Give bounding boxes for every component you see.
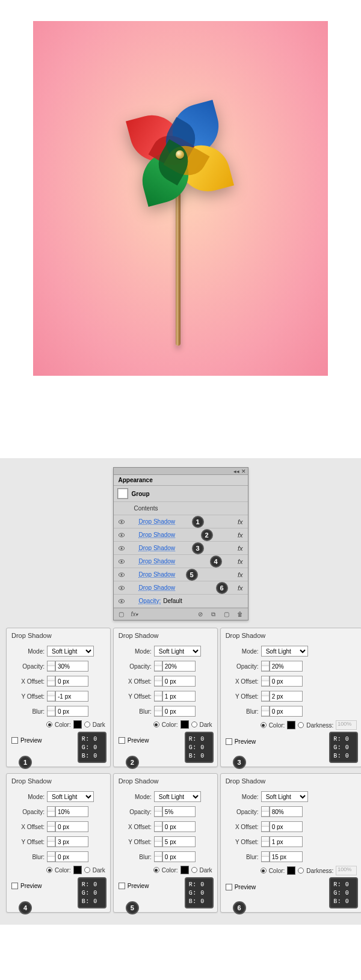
visibility-toggle-icon[interactable] — [117, 531, 126, 539]
blur-spinner[interactable] — [154, 851, 162, 862]
yoffset-spinner[interactable] — [47, 836, 55, 847]
blur-input[interactable] — [270, 706, 303, 717]
xoffset-input[interactable] — [55, 821, 88, 832]
yoffset-input[interactable] — [55, 691, 88, 702]
opacity-spinner[interactable] — [261, 806, 270, 817]
color-swatch[interactable] — [73, 720, 82, 729]
preview-checkbox[interactable] — [11, 737, 18, 744]
blur-spinner[interactable] — [261, 706, 270, 717]
yoffset-input[interactable] — [55, 836, 88, 847]
xoffset-input[interactable] — [162, 676, 196, 687]
yoffset-spinner[interactable] — [261, 836, 270, 847]
opacity-input[interactable] — [55, 661, 88, 672]
mode-select[interactable]: Soft Light — [154, 791, 201, 802]
opacity-link[interactable]: Opacity: — [139, 598, 161, 604]
blur-input[interactable] — [55, 706, 88, 717]
color-radio[interactable] — [153, 721, 159, 727]
effect-row[interactable]: Drop Shadow 1 fx — [114, 515, 248, 528]
mode-select[interactable]: Soft Light — [261, 791, 308, 802]
panel-tab-appearance[interactable]: Appearance — [114, 475, 248, 486]
collapse-icon[interactable]: ◂◂ — [233, 468, 239, 474]
trash-icon[interactable]: 🗑 — [236, 610, 244, 619]
blur-input[interactable] — [162, 706, 196, 717]
contents-row[interactable]: Contents — [114, 502, 248, 515]
visibility-toggle-icon[interactable] — [117, 518, 126, 526]
preview-checkbox[interactable] — [226, 738, 232, 745]
color-radio[interactable] — [46, 721, 52, 727]
preview-checkbox[interactable] — [119, 883, 125, 889]
color-swatch[interactable] — [287, 721, 295, 729]
blur-spinner[interactable] — [154, 706, 162, 717]
xoffset-input[interactable] — [270, 821, 303, 832]
fx-indicator[interactable]: fx — [238, 584, 243, 592]
blur-input[interactable] — [270, 851, 303, 862]
xoffset-spinner[interactable] — [154, 821, 162, 832]
fx-indicator[interactable]: fx — [238, 531, 243, 539]
mode-select[interactable]: Soft Light — [154, 646, 201, 657]
blur-input[interactable] — [55, 851, 88, 862]
yoffset-spinner[interactable] — [154, 691, 162, 702]
new-item-icon[interactable]: ▢ — [223, 610, 231, 619]
darkness-radio[interactable] — [298, 868, 304, 874]
color-radio[interactable] — [261, 722, 267, 728]
xoffset-spinner[interactable] — [47, 676, 55, 687]
xoffset-input[interactable] — [55, 676, 88, 687]
visibility-toggle-icon[interactable] — [117, 571, 126, 579]
color-swatch[interactable] — [73, 866, 82, 874]
effect-link[interactable]: Drop Shadow — [139, 571, 176, 578]
blur-spinner[interactable] — [261, 851, 270, 862]
preview-checkbox[interactable] — [119, 737, 125, 744]
yoffset-spinner[interactable] — [261, 691, 270, 702]
darkness-radio[interactable] — [84, 867, 90, 873]
effect-link[interactable]: Drop Shadow — [139, 545, 176, 551]
effect-row[interactable]: Drop Shadow 2 fx — [114, 528, 248, 542]
xoffset-spinner[interactable] — [261, 821, 270, 832]
darkness-radio[interactable] — [191, 721, 197, 727]
mode-select[interactable]: Soft Light — [47, 646, 94, 657]
visibility-toggle-icon[interactable] — [117, 544, 126, 553]
blur-spinner[interactable] — [47, 706, 55, 717]
effect-link[interactable]: Drop Shadow — [139, 518, 176, 525]
effect-link[interactable]: Drop Shadow — [139, 584, 176, 591]
fx-indicator[interactable]: fx — [238, 545, 243, 552]
mode-select[interactable]: Soft Light — [47, 791, 94, 802]
yoffset-input[interactable] — [270, 836, 303, 847]
duplicate-icon[interactable]: ⧉ — [209, 610, 218, 619]
clear-icon[interactable]: ⊘ — [196, 610, 205, 619]
preview-checkbox[interactable] — [11, 883, 18, 889]
panel-title-bar[interactable]: ◂◂ ✕ — [114, 468, 248, 475]
visibility-toggle-icon[interactable] — [117, 584, 126, 592]
visibility-toggle-icon[interactable] — [117, 597, 126, 605]
xoffset-spinner[interactable] — [154, 676, 162, 687]
yoffset-input[interactable] — [162, 836, 196, 847]
visibility-toggle-icon[interactable] — [117, 557, 126, 566]
effect-link[interactable]: Drop Shadow — [139, 531, 176, 538]
effect-row[interactable]: Drop Shadow 4 fx — [114, 555, 248, 568]
opacity-spinner[interactable] — [47, 661, 55, 672]
opacity-row[interactable]: Opacity: Default — [114, 595, 248, 608]
yoffset-spinner[interactable] — [47, 691, 55, 702]
effect-link[interactable]: Drop Shadow — [139, 558, 176, 565]
darkness-radio[interactable] — [191, 867, 197, 873]
opacity-spinner[interactable] — [261, 661, 270, 672]
color-radio[interactable] — [261, 868, 267, 874]
xoffset-spinner[interactable] — [47, 821, 55, 832]
yoffset-input[interactable] — [162, 691, 196, 702]
effect-row[interactable]: Drop Shadow 5 fx — [114, 568, 248, 581]
xoffset-spinner[interactable] — [261, 676, 270, 687]
opacity-input[interactable] — [270, 806, 303, 817]
opacity-spinner[interactable] — [154, 806, 162, 817]
color-swatch[interactable] — [287, 866, 295, 875]
opacity-input[interactable] — [270, 661, 303, 672]
fx-indicator[interactable]: fx — [238, 558, 243, 565]
new-fill-icon[interactable]: ▢ — [117, 610, 126, 619]
mode-select[interactable]: Soft Light — [261, 646, 308, 657]
opacity-spinner[interactable] — [47, 806, 55, 817]
color-swatch[interactable] — [180, 866, 189, 874]
color-radio[interactable] — [153, 867, 159, 873]
fx-indicator[interactable]: fx — [238, 571, 243, 578]
effect-row[interactable]: Drop Shadow 3 fx — [114, 542, 248, 555]
color-swatch[interactable] — [180, 720, 189, 729]
color-radio[interactable] — [46, 867, 52, 873]
xoffset-input[interactable] — [270, 676, 303, 687]
